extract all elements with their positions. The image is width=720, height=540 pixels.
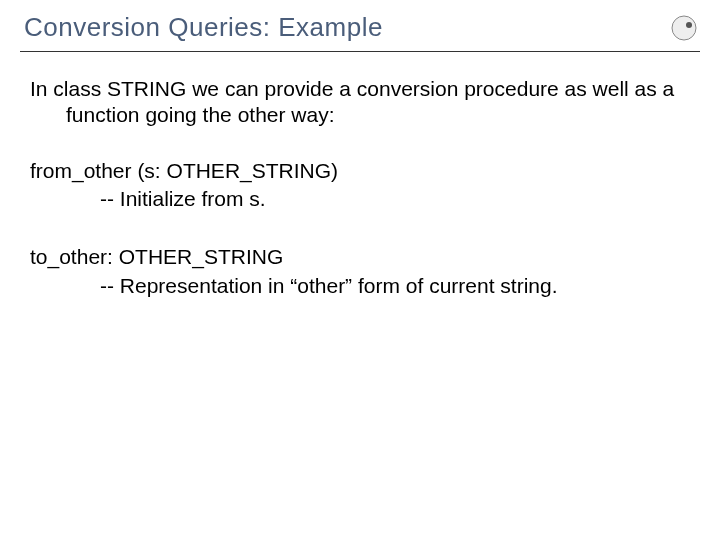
function-comment: -- Representation in “other” form of cur…	[30, 272, 690, 300]
procedure-comment: -- Initialize from s.	[30, 185, 690, 213]
slide-title: Conversion Queries: Example	[24, 12, 383, 42]
svg-point-0	[672, 16, 696, 40]
function-block: to_other: OTHER_STRING -- Representation…	[30, 243, 690, 300]
slide: Conversion Queries: Example In class STR…	[0, 0, 720, 540]
institution-logo-icon	[670, 14, 698, 42]
title-bar: Conversion Queries: Example	[0, 0, 720, 49]
svg-point-1	[686, 22, 692, 28]
slide-body: In class STRING we can provide a convers…	[0, 52, 720, 300]
procedure-block: from_other (s: OTHER_STRING) -- Initiali…	[30, 157, 690, 214]
procedure-signature: from_other (s: OTHER_STRING)	[30, 157, 690, 185]
function-signature: to_other: OTHER_STRING	[30, 243, 690, 271]
intro-paragraph: In class STRING we can provide a convers…	[30, 76, 690, 129]
